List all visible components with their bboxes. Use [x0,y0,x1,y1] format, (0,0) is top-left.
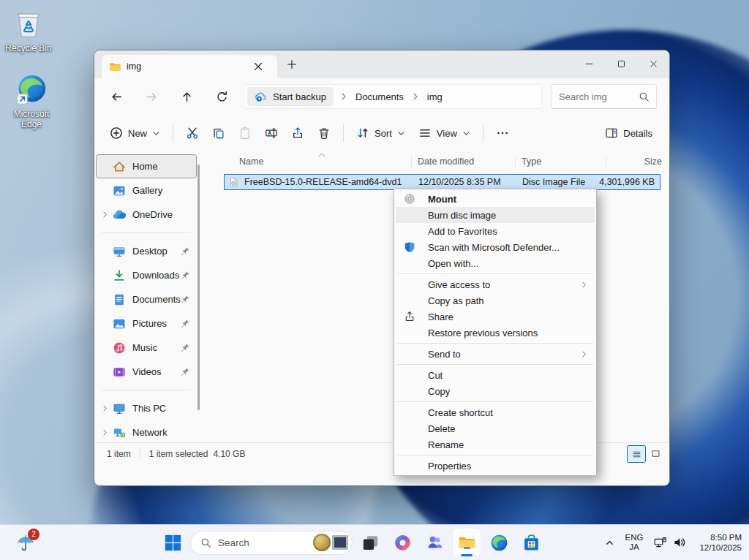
search-highlight-image[interactable] [332,535,348,550]
menu-icon-spacer [404,257,415,269]
more-options-button[interactable] [489,121,516,145]
menu-item-restore-previous-versions[interactable]: Restore previous versions [396,325,595,341]
close-button[interactable] [637,50,669,77]
search-box[interactable] [551,84,657,109]
menu-item-burn-disc-image[interactable]: Burn disc image [396,207,595,223]
sidebar-item-downloads[interactable]: Downloads [96,263,197,287]
menu-item-cut[interactable]: Cut [396,367,595,383]
sidebar-item-gallery[interactable]: Gallery [96,178,197,203]
sidebar-item-onedrive[interactable]: OneDrive [96,203,197,227]
up-button[interactable] [175,85,198,108]
copilot-button[interactable] [388,528,417,557]
task-view-button[interactable] [355,528,385,557]
breadcrumb-segment[interactable]: Documents [353,89,407,105]
breadcrumb-segment[interactable]: img [424,89,445,105]
toolbar-divider [343,124,344,142]
share-button[interactable] [285,121,311,145]
minimize-button[interactable] [573,50,605,77]
sidebar-item-documents[interactable]: Documents [96,287,197,311]
taskbar-search[interactable]: Search [190,531,353,555]
videos-icon [113,366,126,379]
menu-item-send-to[interactable]: Send to [396,346,595,362]
cut-button[interactable] [179,121,206,145]
table-row[interactable]: FreeBSD-15.0-RELEASE-amd64-dvd112/10/202… [224,174,660,190]
column-header-type[interactable]: Type [522,156,541,167]
hidden-icons-button[interactable] [600,528,619,557]
maximize-button[interactable] [605,50,637,77]
menu-item-add-to-favorites[interactable]: Add to Favorites [396,223,595,239]
toolbar-divider [483,124,483,142]
expand-chevron-icon[interactable] [97,428,113,437]
sidebar-scrollbar[interactable] [197,164,200,410]
new-button[interactable]: New [103,121,167,145]
column-header-date-modified[interactable]: Date modified [418,156,474,167]
menu-item-label: Mount [428,194,456,205]
language-secondary: JA [629,542,639,552]
delete-button[interactable] [311,121,337,145]
sidebar-item-label: Videos [132,366,181,377]
sidebar-item-this-pc[interactable]: This PC [96,396,197,420]
back-button[interactable] [105,85,128,108]
teams-button[interactable] [420,528,449,557]
menu-item-rename[interactable]: Rename [396,436,595,453]
sidebar-item-music[interactable]: Music [96,336,197,360]
sidebar-item-network[interactable]: Network [96,420,197,444]
details-view-toggle[interactable] [627,445,646,463]
search-icon[interactable] [639,91,650,102]
start-button[interactable] [158,528,187,557]
menu-item-delete[interactable]: Delete [396,420,595,436]
menu-item-properties[interactable]: Properties [396,458,595,474]
sidebar-item-videos[interactable]: Videos [96,360,197,384]
ellipsis-icon [496,126,509,140]
store-button[interactable] [516,528,546,557]
language-switcher[interactable]: ENG JA [619,528,650,557]
recycle-bin-icon [12,7,45,41]
clock[interactable]: 8:50 PM 12/10/2025 [690,528,745,557]
file-size: 4,301,996 KB [599,177,655,187]
menu-item-scan-with-microsoft-defender[interactable]: Scan with Microsoft Defender... [396,239,595,255]
quick-settings-button[interactable] [650,528,690,557]
rename-button[interactable] [258,121,285,145]
menu-divider [397,343,593,344]
menu-item-copy[interactable]: Copy [396,383,595,399]
large-icons-view-toggle[interactable] [647,445,664,461]
menu-icon-spacer [404,385,415,397]
menu-item-copy-as-path[interactable]: Copy as path [396,292,595,309]
desktop-icon-microsoft-edge[interactable]: Microsoft Edge [6,73,57,129]
minimize-icon [584,59,594,69]
search-highlight-image[interactable] [313,534,331,551]
menu-item-mount[interactable]: Mount [396,191,595,207]
refresh-button[interactable] [210,85,233,108]
file-explorer-button[interactable] [452,528,481,557]
file-type: Disc Image File [522,177,585,187]
edge-button[interactable] [484,528,513,557]
details-pane-button[interactable]: Details [598,121,659,145]
menu-item-share[interactable]: Share [396,309,595,325]
copy-button[interactable] [206,121,232,145]
widgets-button[interactable]: 2 [6,526,45,559]
sidebar-item-pictures[interactable]: Pictures [96,311,197,336]
menu-item-give-access-to[interactable]: Give access to [396,276,595,292]
menu-item-open-with[interactable]: Open with... [396,255,595,271]
expand-chevron-icon[interactable] [97,404,113,413]
sidebar-item-home[interactable]: Home [96,154,197,178]
search-input[interactable] [552,91,639,102]
view-label: View [437,128,457,139]
menu-icon-spacer [404,295,415,306]
column-headers: NameDate modifiedTypeSize [203,151,669,171]
view-button[interactable]: View [412,121,477,145]
column-header-name[interactable]: Name [239,156,263,167]
menu-icon-spacer [404,279,415,290]
new-tab-button[interactable] [286,58,298,70]
column-header-size[interactable]: Size [644,156,662,167]
menu-item-create-shortcut[interactable]: Create shortcut [396,404,595,420]
desktop-icon-recycle-bin[interactable]: Recycle Bin [3,7,54,53]
expand-chevron-icon[interactable] [97,211,113,219]
tab-close-icon[interactable] [252,61,264,72]
sort-button[interactable]: Sort [350,121,412,145]
desktop-icon-label: Microsoft Edge [6,109,57,129]
sidebar-item-desktop[interactable]: Desktop [96,239,197,263]
start-backup-button[interactable]: Start backup [247,87,334,106]
menu-divider [397,364,593,365]
explorer-tab[interactable]: img [102,55,277,78]
